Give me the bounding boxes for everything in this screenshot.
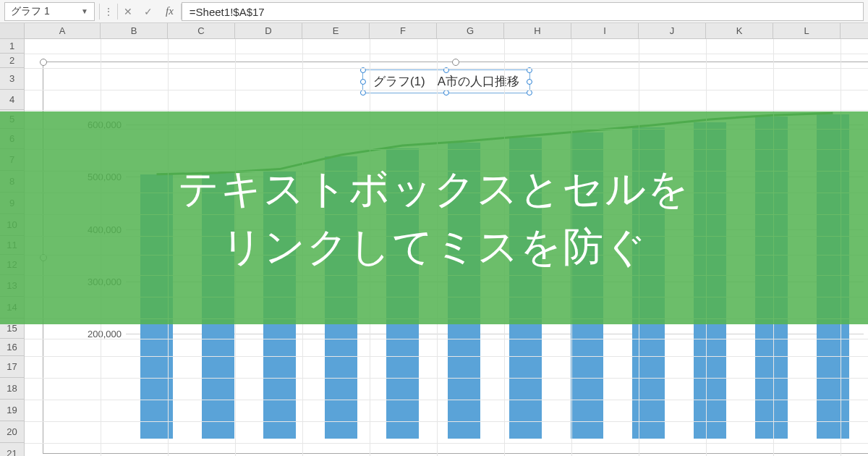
row-header[interactable]: 16 [0, 339, 24, 356]
row-header[interactable]: 18 [0, 378, 24, 400]
column-header[interactable]: C [168, 23, 235, 38]
row-header[interactable]: 21 [0, 443, 24, 456]
column-header[interactable]: A [25, 23, 101, 38]
resize-handle[interactable] [452, 59, 459, 66]
row-header[interactable]: 4 [0, 90, 24, 110]
fx-icon[interactable]: fx [158, 5, 181, 17]
column-header[interactable]: E [302, 23, 370, 38]
column-header[interactable]: G [437, 23, 504, 38]
overlay-line-2: リンクしてミスを防ぐ [221, 218, 647, 276]
cancel-formula-button[interactable]: ✕ [118, 6, 138, 17]
name-box[interactable]: グラフ 1 ▼ [4, 2, 95, 21]
column-header[interactable]: I [571, 23, 639, 38]
column-header[interactable]: B [101, 23, 168, 38]
column-header[interactable]: L [773, 23, 841, 38]
row-header[interactable]: 17 [0, 356, 24, 378]
resize-handle[interactable] [360, 79, 366, 85]
overlay-line-1: テキストボックスとセルを [178, 160, 690, 218]
resize-handle[interactable] [443, 90, 449, 96]
resize-handle[interactable] [360, 90, 366, 96]
row-header[interactable]: 20 [0, 421, 24, 443]
row-header[interactable]: 3 [0, 68, 24, 90]
column-headers: ABCDEFGHIJKL [0, 23, 868, 39]
chart-title-text: グラフ(1) A市の人口推移 [373, 75, 519, 88]
column-header[interactable]: D [235, 23, 302, 38]
formula-bar: グラフ 1 ▼ ⋮ ✕ ✓ fx =Sheet1!$A$17 [0, 0, 868, 23]
column-header[interactable]: K [706, 23, 773, 38]
row-header[interactable]: 1 [0, 39, 24, 54]
resize-handle[interactable] [527, 79, 532, 85]
overlay-banner: テキストボックスとセルを リンクしてミスを防ぐ [0, 111, 868, 324]
row-header[interactable]: 2 [0, 54, 24, 68]
column-header[interactable]: H [504, 23, 571, 38]
row-header[interactable]: 19 [0, 400, 24, 421]
resize-handle[interactable] [40, 59, 47, 66]
name-box-value: グラフ 1 [11, 5, 50, 18]
formula-input[interactable]: =Sheet1!$A$17 [182, 2, 864, 21]
chevron-down-icon[interactable]: ▼ [81, 7, 88, 15]
confirm-formula-button[interactable]: ✓ [138, 6, 158, 17]
y-axis-tick-label: 200,000 [88, 329, 122, 339]
column-header[interactable]: F [370, 23, 437, 38]
column-header[interactable]: J [639, 23, 706, 38]
select-all-corner[interactable] [0, 23, 25, 38]
more-icon[interactable]: ⋮ [100, 6, 117, 17]
